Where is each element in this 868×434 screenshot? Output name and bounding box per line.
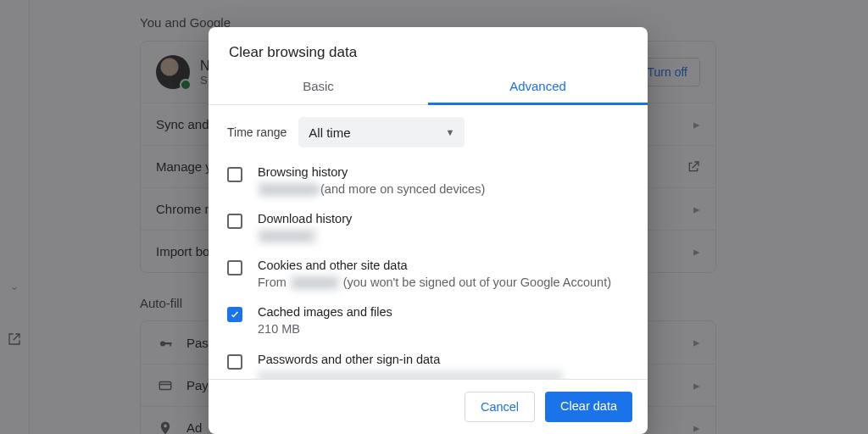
tab-advanced[interactable]: Advanced [428,70,648,104]
checkbox[interactable] [227,260,242,275]
time-range-row: Time range All time ▼ [209,105,648,153]
dialog-footer: Cancel Clear data [209,379,648,434]
tab-basic[interactable]: Basic [209,70,428,104]
data-types-list: Browsing history xxxxxxxxxx (and more on… [209,153,648,379]
item-title: Browsing history [258,164,485,181]
checkbox[interactable] [227,307,242,322]
dialog-title: Clear browsing data [209,27,648,70]
item-sub: xxxxxxxx [258,228,352,245]
clear-data-button[interactable]: Clear data [545,392,632,422]
checkbox[interactable] [227,167,242,182]
item-title: Download history [258,211,352,228]
item-browsing-history[interactable]: Browsing history xxxxxxxxxx (and more on… [209,158,648,204]
item-cookies[interactable]: Cookies and other site data From xxxxxxx… [209,251,648,298]
item-download-history[interactable]: Download history xxxxxxxx [209,204,648,251]
item-sub: xxxxxxxxxx (and more on synced devices) [258,181,485,198]
item-title: Cached images and files [258,304,392,321]
checkbox[interactable] [227,214,242,229]
item-title: Cookies and other site data [258,258,611,275]
item-sub: From xxxxxxx (you won't be signed out of… [258,275,611,292]
chevron-down-icon: ▼ [445,127,454,137]
cancel-button[interactable]: Cancel [465,392,535,422]
item-passwords[interactable]: Passwords and other sign-in data [209,345,648,380]
time-range-select[interactable]: All time ▼ [298,117,465,147]
item-sub [258,370,563,379]
item-cached[interactable]: Cached images and files 210 MB [209,298,648,344]
time-range-label: Time range [227,125,287,139]
clear-browsing-data-dialog: Clear browsing data Basic Advanced Time … [209,27,648,434]
item-title: Passwords and other sign-in data [258,352,563,369]
checkbox[interactable] [227,354,242,370]
time-range-value: All time [309,125,350,140]
dialog-tabs: Basic Advanced [209,70,648,105]
item-sub: 210 MB [258,321,392,338]
